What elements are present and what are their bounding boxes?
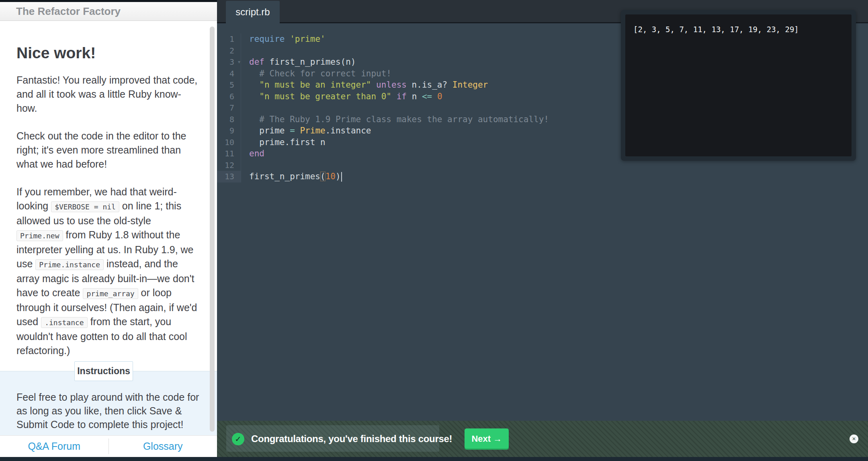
gutter-cell: 8 — [217, 114, 241, 125]
code-token — [285, 34, 290, 44]
next-button[interactable]: Next → — [465, 428, 509, 450]
code-line[interactable]: 12 — [217, 160, 868, 171]
code-token — [249, 69, 259, 78]
lesson-paragraphs: Fantastic! You really improved that code… — [16, 73, 199, 371]
course-title: The Refactor Factory — [16, 5, 121, 18]
line-number: 9 — [229, 126, 234, 135]
gutter-cell: 5 — [217, 79, 241, 91]
code-token: end — [249, 149, 264, 158]
instructions-tab[interactable]: Instructions — [74, 361, 133, 381]
gutter-cell: 9 — [217, 125, 241, 137]
code-token: Prime — [300, 126, 325, 135]
gutter-cell: 11 — [217, 148, 241, 160]
code-token: if — [397, 92, 407, 101]
congratulations-bar: ✓ Congratulations, you've finished this … — [217, 421, 868, 457]
fold-arrow-icon[interactable]: ▾ — [238, 59, 240, 65]
gutter-cell: 4 — [217, 68, 241, 80]
editor-region: script.rb 1require 'prime'23▾def first_n… — [217, 0, 868, 461]
code-token: .instance — [326, 126, 371, 135]
line-number: 8 — [229, 115, 234, 124]
code-token: def — [249, 57, 264, 67]
line-number: 2 — [229, 46, 234, 55]
code-token — [391, 92, 397, 101]
code-text: prime = Prime.instance — [241, 126, 371, 135]
code-token: ) — [336, 172, 341, 181]
code-token: require — [249, 34, 285, 44]
code-text: first_n_primes(10) — [241, 172, 342, 182]
lesson-sidebar: The Refactor Factory Nice work! Fantasti… — [0, 0, 217, 461]
gutter-cell: 3▾ — [217, 56, 241, 68]
line-number: 5 — [229, 80, 234, 90]
lesson-paragraph: If you remember, we had that weird-looki… — [16, 185, 199, 358]
code-text: # The Ruby 1.9 Prime class makes the arr… — [241, 115, 549, 124]
code-token: = — [290, 126, 295, 135]
lesson-paragraph: Fantastic! You really improved that code… — [16, 73, 199, 115]
code-token: # The Ruby 1.9 Prime class makes the arr… — [259, 115, 549, 124]
code-token: 'prime' — [290, 34, 326, 44]
instructions-tab-label: Instructions — [77, 366, 130, 377]
gutter-cell: 7 — [217, 102, 241, 114]
line-number: 10 — [225, 137, 234, 147]
code-token: "n must be an integer" — [259, 80, 371, 90]
footer-cell: Q&A Forum — [0, 436, 108, 457]
code-text: prime.first n — [241, 137, 326, 147]
gutter-cell: 2 — [217, 45, 241, 57]
tab-label: script.rb — [235, 6, 270, 18]
code-token: # Check for correct input! — [259, 69, 391, 78]
code-token: unless — [376, 80, 407, 90]
line-number: 6 — [229, 92, 234, 101]
line-number: 11 — [225, 149, 234, 158]
qa-forum-link[interactable]: Q&A Forum — [28, 441, 80, 452]
tab-script-rb[interactable]: script.rb — [226, 1, 280, 23]
lesson-heading: Nice work! — [16, 44, 199, 62]
line-number: 3 — [229, 57, 234, 67]
line-number: 13 — [225, 172, 234, 181]
code-text: require 'prime' — [241, 34, 326, 44]
footer-cell: Glossary — [109, 436, 217, 457]
code-token — [432, 92, 437, 101]
code-text: end — [241, 149, 264, 158]
code-token: prime.first n — [249, 137, 326, 147]
instructions-section: Instructions Feel free to play around wi… — [0, 371, 217, 435]
lesson-content: Nice work! Fantastic! You really improve… — [0, 21, 217, 371]
gutter-cell: 13 — [217, 171, 241, 182]
text-cursor — [341, 172, 342, 182]
code-token: ( — [320, 172, 326, 181]
console-output-text: [2, 3, 5, 7, 11, 13, 17, 19, 23, 29] — [633, 25, 799, 34]
inline-code: .instance — [41, 317, 88, 328]
code-token: prime — [249, 126, 290, 135]
inline-code: $VERBOSE = nil — [51, 201, 119, 212]
code-token: 10 — [326, 172, 336, 181]
check-icon: ✓ — [232, 433, 244, 445]
code-token — [249, 115, 259, 124]
code-token: Integer — [452, 80, 488, 90]
line-number: 7 — [229, 103, 234, 113]
code-token: n.is_a? — [407, 80, 452, 90]
lesson-paragraph: Check out the code in the editor to the … — [16, 129, 199, 171]
sidebar-scrollbar[interactable] — [210, 27, 215, 432]
code-token: first_n_primes — [249, 172, 320, 181]
inline-code: prime_array — [83, 288, 138, 299]
code-text: "n must be greater than 0" if n <= 0 — [241, 92, 442, 101]
inline-code: Prime.new — [16, 230, 63, 241]
code-text: "n must be an integer" unless n.is_a? In… — [241, 80, 488, 90]
gutter-cell: 6 — [217, 91, 241, 102]
code-text: # Check for correct input! — [241, 69, 391, 78]
code-token: first_n_primes(n) — [264, 57, 356, 67]
gutter-cell: 12 — [217, 160, 241, 171]
code-line[interactable]: 13first_n_primes(10) — [217, 171, 868, 182]
code-token — [249, 92, 259, 101]
line-number: 4 — [229, 69, 234, 78]
code-text: def first_n_primes(n) — [241, 57, 356, 67]
inline-code: Prime.instance — [35, 259, 104, 270]
sidebar-footer: Q&A Forum Glossary — [0, 435, 217, 457]
line-number: 12 — [225, 160, 234, 170]
code-token: <= — [422, 92, 432, 101]
code-token — [249, 80, 259, 90]
gutter-cell: 1 — [217, 33, 241, 45]
glossary-link[interactable]: Glossary — [143, 441, 183, 452]
console-panel: [2, 3, 5, 7, 11, 13, 17, 19, 23, 29] — [621, 10, 856, 161]
close-icon[interactable]: ✕ — [850, 434, 858, 443]
app-window: The Refactor Factory Nice work! Fantasti… — [0, 0, 868, 461]
code-token: n — [407, 92, 422, 101]
